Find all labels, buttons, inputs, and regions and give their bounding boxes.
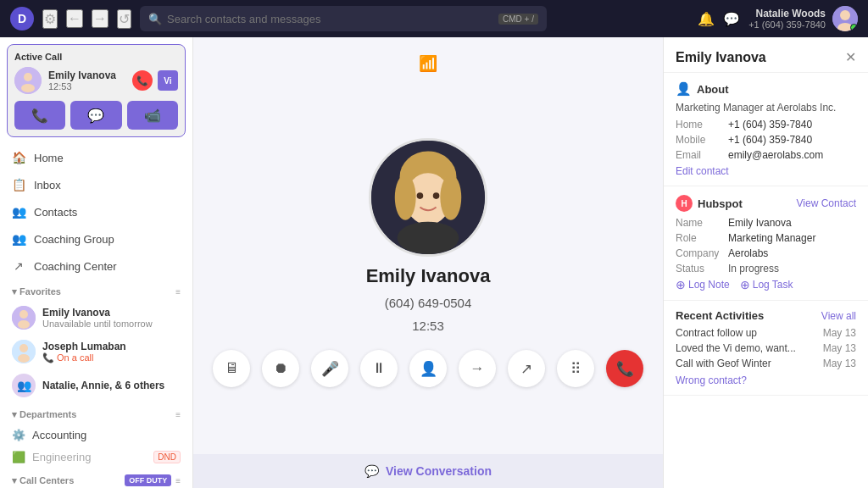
search-input[interactable]	[167, 13, 493, 25]
vi-button[interactable]: Vi	[158, 70, 178, 91]
active-call-contact: Emily Ivanova 12:53 📞 Vi	[14, 67, 178, 94]
departments-section-header: ▾ Departments ≡	[0, 402, 192, 424]
fav-emily[interactable]: Emily Ivanova Unavailable until tomorrow	[0, 301, 192, 335]
mobile-label: Mobile	[676, 134, 721, 146]
view-all-link[interactable]: View all	[821, 310, 856, 322]
nav-coaching-center[interactable]: ↗ Coaching Center	[0, 252, 192, 280]
active-call-actions: 📞 💬 📹	[14, 101, 178, 130]
log-task-label: Log Task	[753, 279, 793, 291]
nav-coaching-center-label: Coaching Center	[34, 260, 117, 273]
main-content: 📶	[193, 37, 663, 488]
dept-accounting[interactable]: ⚙️ Accounting	[0, 424, 192, 446]
sidebar: Active Call Emily Ivanova 12:53 📞 Vi	[0, 37, 193, 488]
nav-inbox[interactable]: 📋 Inbox	[0, 171, 192, 198]
activity-text-2: Loved the Vi demo, want...	[676, 342, 796, 354]
close-panel-button[interactable]: ✕	[845, 49, 856, 65]
transfer-button[interactable]: →	[459, 350, 496, 387]
svg-point-11	[18, 354, 30, 363]
activity-text-1: Contract follow up	[676, 327, 757, 339]
nav-home[interactable]: 🏠 Home	[0, 144, 192, 171]
hold-button[interactable]: ⏸	[360, 350, 398, 387]
user-phone: +1 (604) 359-7840	[748, 19, 826, 30]
activity-text-3: Call with Geof Winter	[676, 358, 771, 369]
view-conversation-label: View Conversation	[386, 464, 492, 478]
refresh-button[interactable]: ↺	[117, 9, 131, 29]
user-name: Natalie Woods	[748, 8, 826, 19]
online-indicator	[850, 24, 858, 31]
fav-emily-status: Unavailable until tomorrow	[42, 319, 181, 329]
video-action-button[interactable]: 📹	[127, 101, 178, 130]
mute-button[interactable]: 🎤	[311, 350, 348, 387]
favorites-label: ▾ Favorites	[12, 286, 61, 297]
email-label: Email	[676, 149, 721, 161]
hs-status-value: In progress	[728, 263, 779, 274]
activity-row-3: Call with Geof Winter May 13	[676, 358, 856, 369]
about-section: 👤 About Marketing Manager at Aerolabs In…	[664, 73, 868, 186]
forward-button-ctrl[interactable]: ↗	[508, 350, 545, 387]
messages-button[interactable]: 💬	[723, 11, 740, 27]
forward-button[interactable]: →	[92, 9, 108, 28]
record-button[interactable]: ⏺	[262, 350, 299, 387]
log-actions: ⊕ Log Note ⊕ Log Task	[676, 278, 856, 291]
svg-point-8	[18, 320, 30, 329]
edit-contact-link[interactable]: Edit contact	[676, 165, 729, 177]
activities-title: Recent Activities	[676, 309, 764, 322]
about-label: About	[697, 83, 729, 96]
fav-emily-info: Emily Ivanova Unavailable until tomorrow	[42, 307, 181, 329]
user-info: Natalie Woods +1 (604) 359-7840	[748, 6, 858, 31]
departments-reorder[interactable]: ≡	[175, 410, 181, 419]
activity-row-1: Contract follow up May 13	[676, 327, 856, 339]
chat-icon: 💬	[364, 464, 379, 478]
right-panel-name: Emily Ivanova	[676, 50, 766, 65]
svg-point-5	[21, 84, 35, 92]
svg-point-15	[395, 175, 416, 220]
active-call-avatar	[14, 67, 42, 94]
end-call-button[interactable]: 📞	[132, 70, 153, 91]
view-contact-link[interactable]: View Contact	[797, 197, 856, 209]
engineering-dnd-badge: DND	[153, 451, 181, 463]
hs-name-value: Emily Ivanova	[728, 217, 792, 229]
favorites-reorder[interactable]: ≡	[175, 287, 181, 297]
fav-joseph[interactable]: Joseph Lumaban 📞 On a call	[0, 335, 192, 369]
home-label: Home	[676, 119, 721, 130]
view-conversation-button[interactable]: 💬 View Conversation	[193, 454, 663, 488]
activity-date-2: May 13	[823, 342, 856, 354]
nav-contacts[interactable]: 👥 Contacts	[0, 198, 192, 225]
notifications-button[interactable]: 🔔	[698, 11, 715, 27]
wrong-contact-link[interactable]: Wrong contact?	[676, 374, 856, 386]
nav-coaching-group-label: Coaching Group	[34, 233, 114, 246]
log-note-icon: ⊕	[676, 278, 686, 291]
svg-point-17	[417, 192, 424, 199]
active-call-time: 12:53	[48, 81, 125, 92]
nav-coaching-group[interactable]: 👥 Coaching Group	[0, 225, 192, 252]
call-centers-reorder[interactable]: ≡	[175, 476, 181, 485]
coaching-center-icon: ↗	[12, 259, 25, 273]
dialpad-button[interactable]: ⠿	[557, 350, 594, 387]
phone-action-button[interactable]: 📞	[14, 101, 65, 130]
call-controls: 🖥 ⏺ 🎤 ⏸ 👤 → ↗ ⠿ 📞	[213, 350, 643, 387]
email-row: Email emily@aerolabs.com	[676, 149, 856, 161]
hubspot-header: H Hubspot View Contact	[676, 195, 856, 212]
active-call-header: Active Call	[14, 52, 178, 62]
hangup-button[interactable]: 📞	[606, 350, 643, 387]
add-contact-button[interactable]: 👤	[409, 350, 447, 387]
dept-engineering[interactable]: 🟩 Engineering DND	[0, 446, 192, 468]
svg-point-7	[19, 310, 28, 319]
main-area: Active Call Emily Ivanova 12:53 📞 Vi	[0, 37, 868, 488]
content-inner: Emily Ivanova (604) 649-0504 12:53 🖥 ⏺ 🎤…	[213, 138, 643, 387]
search-bar[interactable]: 🔍 CMD + /	[140, 6, 547, 31]
log-note-button[interactable]: ⊕ Log Note	[676, 278, 730, 291]
dept-engineering-label: Engineering	[32, 451, 147, 463]
svg-point-1	[840, 10, 850, 20]
active-call-name: Emily Ivanova	[48, 69, 125, 81]
fav-joseph-avatar	[12, 340, 36, 363]
chat-action-button[interactable]: 💬	[70, 101, 121, 130]
back-button[interactable]: ←	[66, 9, 83, 28]
fav-group[interactable]: 👥 Natalie, Annie, & 6 others	[0, 369, 192, 402]
log-task-button[interactable]: ⊕ Log Task	[740, 278, 793, 291]
screen-share-button[interactable]: 🖥	[213, 350, 250, 387]
activity-date-1: May 13	[823, 327, 856, 339]
hs-role-value: Marketing Manager	[728, 232, 815, 244]
settings-button[interactable]: ⚙	[42, 9, 58, 29]
active-call-info: Emily Ivanova 12:53	[48, 69, 125, 92]
